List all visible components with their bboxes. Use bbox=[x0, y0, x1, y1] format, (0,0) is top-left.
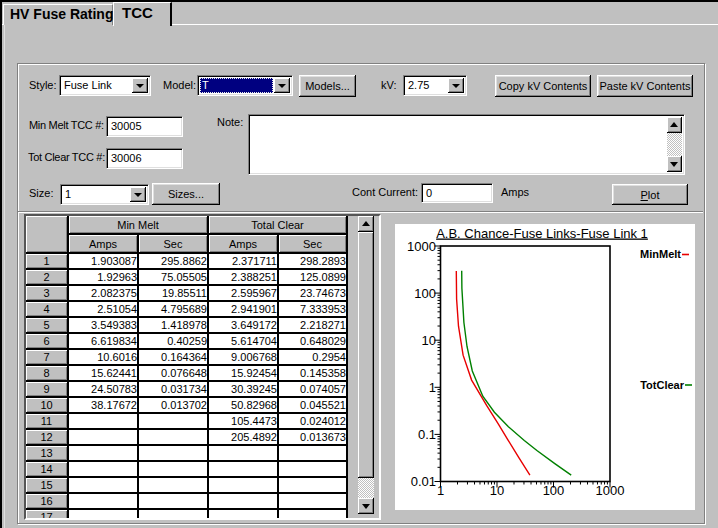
svg-text:10: 10 bbox=[422, 333, 436, 348]
svg-text:MinMelt: MinMelt bbox=[640, 248, 681, 260]
svg-text:100: 100 bbox=[543, 483, 565, 498]
svg-text:A.B. Chance-Fuse Links-Fuse Li: A.B. Chance-Fuse Links-Fuse Link 1 bbox=[436, 226, 648, 241]
svg-text:1: 1 bbox=[437, 483, 444, 498]
svg-text:TotClear: TotClear bbox=[640, 379, 685, 391]
svg-text:1000: 1000 bbox=[596, 483, 625, 498]
svg-text:1: 1 bbox=[429, 380, 436, 395]
svg-text:0.01: 0.01 bbox=[411, 474, 436, 489]
svg-text:1000: 1000 bbox=[407, 239, 436, 254]
svg-text:100: 100 bbox=[414, 286, 436, 301]
svg-text:0.1: 0.1 bbox=[418, 427, 436, 442]
svg-text:10: 10 bbox=[490, 483, 504, 498]
